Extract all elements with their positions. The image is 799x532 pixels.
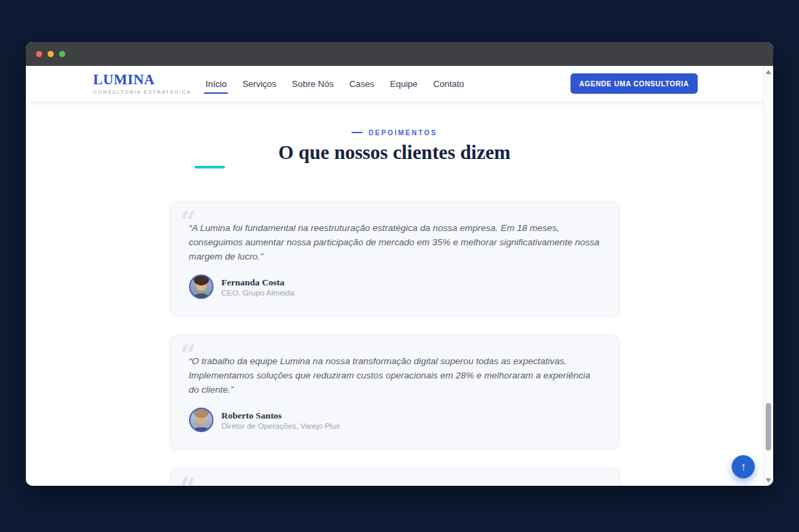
author-name: Fernanda Costa xyxy=(222,277,294,288)
testimonial-quote: “A Lumina foi fundamental na reestrutura… xyxy=(189,221,600,264)
scrollbar[interactable] xyxy=(763,66,773,486)
testimonial-author: Roberto Santos Diretor de Operações, Var… xyxy=(189,408,600,432)
logo-subtitle: CONSULTORIA ESTRATÉGICA xyxy=(93,89,191,95)
testimonial-quote: “O trabalho da equipe Lumina na nossa tr… xyxy=(189,354,600,397)
browser-window: LUMINA CONSULTORIA ESTRATÉGICA Início Se… xyxy=(26,42,773,486)
testimonials-section: DEPOIMENTOS O que nossos clientes dizem … xyxy=(26,101,763,486)
author-role: Diretor de Operações, Varejo Plus xyxy=(222,422,340,430)
section-title: O que nossos clientes dizem xyxy=(26,142,763,164)
quote-icon: “ xyxy=(180,471,197,486)
testimonial-author: Fernanda Costa CEO, Grupo Almeida xyxy=(189,274,600,299)
scrollbar-down-arrow-icon[interactable] xyxy=(766,478,771,482)
logo-title: LUMINA xyxy=(93,73,191,87)
nav-item-cases[interactable]: Cases xyxy=(348,74,376,94)
site-header: LUMINA CONSULTORIA ESTRATÉGICA Início Se… xyxy=(26,66,773,101)
testimonial-card: “ “Como startup, precisávamos de orienta… xyxy=(169,467,620,486)
author-role: CEO, Grupo Almeida xyxy=(222,289,294,297)
eyebrow-label: DEPOIMENTOS xyxy=(369,129,437,137)
teal-accent-bar xyxy=(194,166,225,169)
page-viewport: LUMINA CONSULTORIA ESTRATÉGICA Início Se… xyxy=(26,66,773,486)
section-head: DEPOIMENTOS O que nossos clientes dizem xyxy=(26,101,763,163)
testimonial-cards: “ “A Lumina foi fundamental na reestrutu… xyxy=(169,201,620,486)
window-close-icon[interactable] xyxy=(36,51,42,57)
nav-item-equipe[interactable]: Equipe xyxy=(389,74,419,94)
schedule-consultation-button[interactable]: AGENDE UMA CONSULTORIA xyxy=(571,73,698,94)
desktop-background: LUMINA CONSULTORIA ESTRATÉGICA Início Se… xyxy=(0,0,799,532)
main-nav: Início Serviços Sobre Nós Cases Equipe C… xyxy=(204,74,465,94)
testimonial-card: “ “A Lumina foi fundamental na reestrutu… xyxy=(169,201,620,317)
arrow-up-icon: ↑ xyxy=(741,461,746,473)
scroll-to-top-button[interactable]: ↑ xyxy=(732,455,755,478)
testimonial-card: “ “O trabalho da equipe Lumina na nossa … xyxy=(169,334,620,450)
scrollbar-thumb[interactable] xyxy=(766,403,771,450)
nav-item-sobre-nos[interactable]: Sobre Nós xyxy=(290,74,335,94)
eyebrow-dash-icon xyxy=(352,132,362,133)
nav-item-inicio[interactable]: Início xyxy=(204,74,228,94)
browser-title-bar xyxy=(26,42,773,66)
author-name: Roberto Santos xyxy=(222,410,340,421)
section-eyebrow: DEPOIMENTOS xyxy=(352,129,437,137)
window-minimize-icon[interactable] xyxy=(48,51,54,57)
logo[interactable]: LUMINA CONSULTORIA ESTRATÉGICA xyxy=(93,73,191,95)
nav-item-servicos[interactable]: Serviços xyxy=(241,74,277,94)
scrollbar-up-arrow-icon[interactable] xyxy=(766,70,771,74)
avatar xyxy=(189,274,214,299)
window-maximize-icon[interactable] xyxy=(59,51,65,57)
avatar xyxy=(189,408,214,432)
testimonial-cards-wrap: “ “A Lumina foi fundamental na reestrutu… xyxy=(169,166,620,486)
nav-item-contato[interactable]: Contato xyxy=(432,74,466,94)
